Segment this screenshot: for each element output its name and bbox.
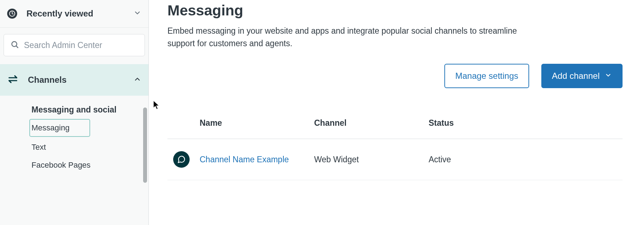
table-row[interactable]: Channel Name Example Web Widget Active: [167, 139, 623, 180]
page-description: Embed messaging in your website and apps…: [167, 25, 525, 49]
cell-channel: Web Widget: [314, 155, 429, 164]
nav-section-label: Channels: [28, 75, 124, 85]
main-content: Messaging Embed messaging in your websit…: [149, 0, 644, 225]
scrollbar-thumb[interactable]: [143, 107, 147, 183]
chat-icon: [173, 151, 190, 168]
th-name: Name: [200, 118, 314, 128]
sidebar: Recently viewed Channels Messaging and s…: [0, 0, 149, 225]
svg-line-2: [16, 46, 18, 48]
recently-viewed-label: Recently viewed: [26, 9, 124, 19]
chevron-down-icon: [133, 9, 141, 18]
add-channel-label: Add channel: [552, 71, 600, 81]
manage-settings-button[interactable]: Manage settings: [444, 64, 529, 88]
arrows-icon: [7, 73, 19, 86]
chevron-up-icon: [133, 75, 141, 85]
channels-table: Name Channel Status Channel Name Example…: [167, 118, 623, 180]
search-wrap: [0, 28, 148, 64]
nav-subgroup: Messaging and social Messaging Text Face…: [0, 96, 148, 174]
cell-name[interactable]: Channel Name Example: [200, 155, 314, 164]
search-box[interactable]: [4, 34, 145, 56]
action-bar: Manage settings Add channel: [167, 64, 623, 88]
nav-section-channels[interactable]: Channels: [0, 64, 148, 96]
chevron-down-icon: [605, 71, 612, 81]
page-title: Messaging: [167, 2, 623, 19]
search-icon: [10, 40, 19, 50]
cell-status: Active: [429, 155, 543, 164]
recently-viewed-row[interactable]: Recently viewed: [0, 0, 148, 28]
clock-icon: [7, 9, 17, 19]
add-channel-button[interactable]: Add channel: [541, 64, 623, 88]
nav-item-messaging[interactable]: Messaging: [29, 119, 90, 137]
nav-item-text[interactable]: Text: [31, 138, 148, 156]
th-status: Status: [429, 118, 543, 128]
nav-subgroup-title: Messaging and social: [31, 105, 148, 115]
nav-item-facebook-pages[interactable]: Facebook Pages: [31, 156, 148, 174]
th-channel: Channel: [314, 118, 429, 128]
table-header: Name Channel Status: [167, 118, 623, 139]
manage-settings-label: Manage settings: [455, 71, 518, 81]
search-input[interactable]: [24, 40, 138, 50]
